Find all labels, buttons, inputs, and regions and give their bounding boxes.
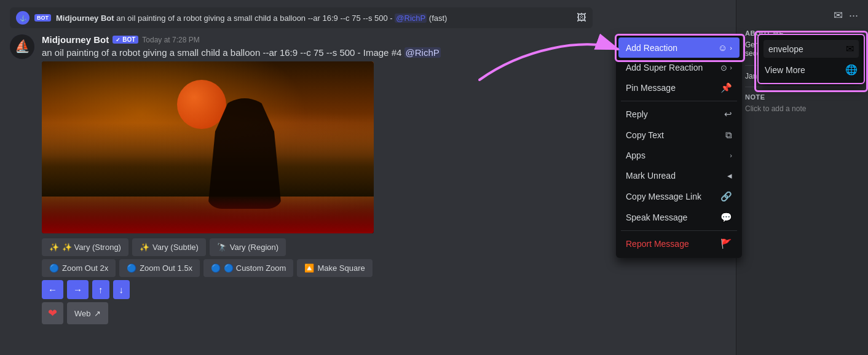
message-image <box>42 61 374 233</box>
sidebar-header-actions: ✉ ··· <box>745 7 859 23</box>
message-content: Midjourney Bot ✓ BOT Today at 7:28 PM an… <box>42 34 593 327</box>
sidebar-divider-2 <box>745 87 859 87</box>
pin-icon: 📌 <box>720 82 732 93</box>
speak-icon: 💬 <box>720 212 732 223</box>
web-button[interactable]: Web ↗ <box>67 302 108 324</box>
unread-icon: ◂ <box>727 170 732 181</box>
vary-subtle-button[interactable]: ✨ Vary (Subtle) <box>132 238 206 256</box>
vary-strong-icon: ✨ <box>49 243 59 252</box>
vary-strong-button[interactable]: ✨ ✨ Vary (Strong) <box>42 238 128 256</box>
speak-message-label: Speak Message <box>626 213 687 222</box>
arrow-right-button[interactable]: → <box>67 280 89 299</box>
add-reaction-label: Add Reaction <box>626 43 677 53</box>
zoom-1-5x-icon: 🔵 <box>127 263 136 273</box>
menu-item-mark-unread[interactable]: Mark Unread ◂ <box>618 165 740 186</box>
menu-divider-2 <box>621 230 737 231</box>
link-icon: 🔗 <box>720 191 732 202</box>
image-icon: 🖼 <box>577 12 586 23</box>
arrow-down-button[interactable]: ↓ <box>113 280 130 299</box>
menu-item-add-super-reaction[interactable]: Add Super Reaction ⊙ › <box>618 58 740 77</box>
emoji-search-input[interactable] <box>768 44 842 54</box>
web-label: Web <box>74 309 91 318</box>
make-square-button[interactable]: 🔼 Make Square <box>297 259 372 277</box>
view-more-row[interactable]: View More 🌐 <box>763 61 859 78</box>
emoji-search-row: ✉ <box>763 40 859 58</box>
reply-icon: ↩ <box>724 109 732 120</box>
svg-text:⚓: ⚓ <box>20 15 27 22</box>
external-link-icon: ↗ <box>94 309 101 318</box>
copy-icon: ⧉ <box>725 130 732 141</box>
timestamp: Today at 7:28 PM <box>142 36 199 44</box>
bot-badge: ✓ BOT <box>112 36 138 44</box>
notification-avatar: ⚓ <box>16 11 30 25</box>
chevron-right-icon-2: › <box>730 64 732 71</box>
menu-item-reply[interactable]: Reply ↩ <box>618 104 740 125</box>
mark-unread-label: Mark Unread <box>626 171 676 181</box>
custom-zoom-icon: 🔵 <box>211 263 221 273</box>
message-header: Midjourney Bot ✓ BOT Today at 7:28 PM <box>42 34 593 45</box>
view-more-label: View More <box>765 65 805 75</box>
globe-icon: 🌐 <box>845 64 858 76</box>
chevron-right-icon: › <box>730 44 732 52</box>
context-menu: Add Reaction ☺ › Add Super Reaction ⊙ › … <box>616 34 742 258</box>
more-options-button[interactable]: ··· <box>848 7 859 23</box>
menu-item-report-message[interactable]: Report Message 🚩 <box>618 233 740 254</box>
zoom-out-1-5x-button[interactable]: 🔵 Zoom Out 1.5x <box>119 259 200 277</box>
chat-area: ⚓ BOT Midjourney Bot an oil painting of … <box>0 0 602 355</box>
envelope-icon: ✉ <box>846 43 854 55</box>
sender-name: Midjourney Bot <box>42 34 109 45</box>
zoom-2x-icon: 🔵 <box>49 263 59 273</box>
message-text: an oil painting of a robot giving a smal… <box>42 47 593 58</box>
vary-subtle-icon: ✨ <box>140 243 149 252</box>
heart-icon: ❤ <box>48 306 57 320</box>
chevron-right-icon-3: › <box>730 152 732 159</box>
copy-link-label: Copy Message Link <box>626 192 701 201</box>
custom-zoom-button[interactable]: 🔵 🔵 Custom Zoom <box>203 259 293 277</box>
menu-item-speak-message[interactable]: Speak Message 💬 <box>618 207 740 228</box>
vary-region-icon: 🔭 <box>217 243 227 252</box>
arrow-up-button[interactable]: ↑ <box>92 280 109 299</box>
menu-item-pin-message[interactable]: Pin Message 📌 <box>618 77 740 98</box>
apps-label: Apps <box>626 150 645 160</box>
super-reaction-icon: ⊙ <box>720 63 727 72</box>
button-row-1: ✨ ✨ Vary (Strong) ✨ Vary (Subtle) 🔭 Vary… <box>42 238 593 256</box>
emoji-icon: ☺ <box>718 42 727 53</box>
reply-label: Reply <box>626 109 648 119</box>
button-row-4: ❤ Web ↗ <box>42 302 593 324</box>
vary-region-button[interactable]: 🔭 Vary (Region) <box>210 238 286 256</box>
menu-divider-1 <box>621 101 737 101</box>
button-row-2: 🔵 Zoom Out 2x 🔵 Zoom Out 1.5x 🔵 🔵 Custom… <box>42 259 593 277</box>
note-field[interactable]: Click to add a note <box>745 104 859 113</box>
arrow-left-button[interactable]: ← <box>42 280 63 299</box>
button-row-3: ← → ↑ ↓ <box>42 280 593 299</box>
mail-icon-button[interactable]: ✉ <box>832 7 844 23</box>
heart-button[interactable]: ❤ <box>42 302 63 324</box>
report-message-label: Report Message <box>626 239 689 249</box>
make-square-icon: 🔼 <box>304 263 314 273</box>
note-title: NOTE <box>745 93 859 101</box>
menu-item-copy-message-link[interactable]: Copy Message Link 🔗 <box>618 186 740 207</box>
add-super-reaction-label: Add Super Reaction <box>626 63 703 72</box>
menu-item-copy-text[interactable]: Copy Text ⧉ <box>618 125 740 146</box>
menu-item-add-reaction[interactable]: Add Reaction ☺ › <box>618 37 740 58</box>
avatar: ⛵ <box>10 34 34 59</box>
message-row: ⛵ Midjourney Bot ✓ BOT Today at 7:28 PM … <box>10 34 593 327</box>
notification-bot-badge: BOT <box>34 14 51 21</box>
flag-icon: 🚩 <box>720 238 732 249</box>
notification-bar: ⚓ BOT Midjourney Bot an oil painting of … <box>10 7 593 28</box>
zoom-out-2x-button[interactable]: 🔵 Zoom Out 2x <box>42 259 116 277</box>
notification-text: Midjourney Bot an oil painting of a robo… <box>56 14 447 23</box>
copy-text-label: Copy Text <box>626 130 664 140</box>
pin-message-label: Pin Message <box>626 83 676 93</box>
svg-text:⛵: ⛵ <box>15 39 30 53</box>
emoji-picker: ✉ View More 🌐 <box>757 34 865 84</box>
menu-item-apps[interactable]: Apps › <box>618 146 740 165</box>
